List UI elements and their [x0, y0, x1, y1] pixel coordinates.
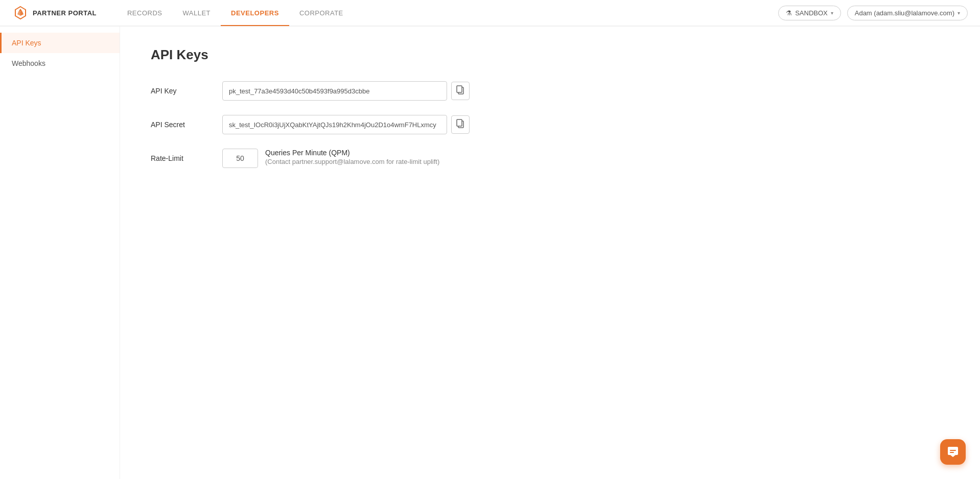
- qpm-sublabel: (Contact partner.support@lalamove.com fo…: [265, 158, 439, 165]
- user-chevron-icon: ▾: [958, 10, 960, 16]
- api-key-input[interactable]: [222, 81, 447, 101]
- rate-limit-group: Queries Per Minute (QPM) (Contact partne…: [222, 149, 439, 168]
- main-nav: RECORDS WALLET DEVELOPERS CORPORATE: [117, 0, 778, 26]
- sandbox-chevron-icon: ▾: [831, 10, 833, 16]
- copy-icon: [456, 85, 464, 97]
- sidebar-item-webhooks[interactable]: Webhooks: [0, 53, 120, 74]
- api-secret-input-group: [222, 115, 470, 134]
- qpm-label: Queries Per Minute (QPM): [265, 149, 439, 157]
- api-key-input-group: [222, 81, 470, 101]
- nav-item-records[interactable]: RECORDS: [117, 0, 173, 26]
- api-secret-label: API Secret: [151, 121, 222, 129]
- sandbox-label: SANDBOX: [795, 9, 828, 17]
- svg-rect-2: [457, 86, 462, 92]
- flask-icon: ⚗: [786, 9, 792, 17]
- page-title: API Keys: [151, 47, 949, 63]
- api-key-row: API Key: [151, 81, 949, 101]
- sandbox-button[interactable]: ⚗ SANDBOX ▾: [778, 6, 841, 20]
- api-secret-input[interactable]: [222, 115, 447, 134]
- api-key-label: API Key: [151, 87, 222, 95]
- copy-api-key-button[interactable]: [451, 82, 470, 100]
- logo-text: PARTNER PORTAL: [33, 9, 97, 17]
- rate-limit-row: Rate-Limit Queries Per Minute (QPM) (Con…: [151, 149, 949, 168]
- rate-limit-input[interactable]: [222, 149, 258, 168]
- chat-button[interactable]: [940, 439, 966, 465]
- nav-item-developers[interactable]: DEVELOPERS: [221, 0, 289, 26]
- copy-api-secret-button[interactable]: [451, 115, 470, 134]
- user-menu-button[interactable]: Adam (adam.sliu@lalamove.com) ▾: [847, 6, 968, 20]
- api-secret-row: API Secret: [151, 115, 949, 134]
- sidebar-item-api-keys[interactable]: API Keys: [0, 33, 120, 53]
- logo-area: PARTNER PORTAL: [12, 5, 97, 21]
- chat-icon: [947, 446, 959, 458]
- sidebar: API Keys Webhooks: [0, 27, 120, 479]
- svg-rect-4: [457, 119, 462, 126]
- header-right: ⚗ SANDBOX ▾ Adam (adam.sliu@lalamove.com…: [778, 6, 968, 20]
- user-label: Adam (adam.sliu@lalamove.com): [855, 9, 954, 17]
- main-header: PARTNER PORTAL RECORDS WALLET DEVELOPERS…: [0, 0, 980, 27]
- rate-limit-label: Rate-Limit: [151, 154, 222, 162]
- nav-item-wallet[interactable]: WALLET: [172, 0, 221, 26]
- rate-limit-info: Queries Per Minute (QPM) (Contact partne…: [265, 149, 439, 165]
- lalamove-logo-icon: [12, 5, 29, 21]
- page-layout: API Keys Webhooks API Keys API Key: [0, 27, 980, 479]
- copy-secret-icon: [456, 119, 464, 130]
- main-content: API Keys API Key API Secret: [120, 27, 980, 479]
- nav-item-corporate[interactable]: CORPORATE: [289, 0, 354, 26]
